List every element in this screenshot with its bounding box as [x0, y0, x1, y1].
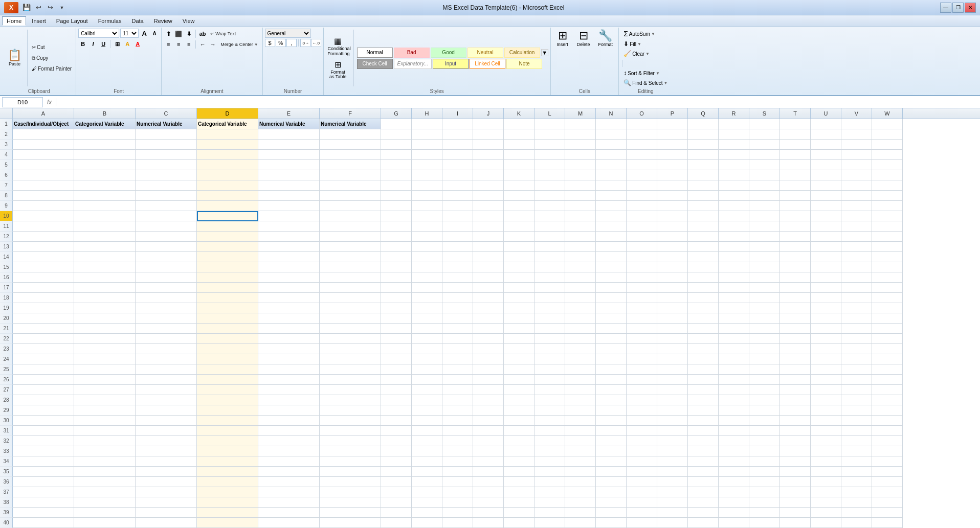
cell-Q30[interactable] — [688, 416, 719, 426]
undo-qat-button[interactable]: ↩ — [33, 3, 43, 13]
cell-W6[interactable] — [872, 170, 903, 180]
cell-P37[interactable] — [657, 487, 688, 497]
cell-W23[interactable] — [872, 344, 903, 354]
cell-N38[interactable] — [596, 497, 627, 508]
cell-N40[interactable] — [596, 518, 627, 528]
cell-I8[interactable] — [442, 191, 473, 201]
cell-R24[interactable] — [719, 354, 749, 364]
cell-F5[interactable] — [320, 160, 381, 170]
cell-L25[interactable] — [534, 364, 565, 375]
cell-B8[interactable] — [74, 191, 136, 201]
row-number-12[interactable]: 12 — [0, 232, 13, 242]
cell-F27[interactable] — [320, 385, 381, 395]
cell-G31[interactable] — [381, 426, 412, 436]
cell-M25[interactable] — [565, 364, 596, 375]
cell-E34[interactable] — [258, 456, 320, 467]
cell-N18[interactable] — [596, 293, 627, 303]
row-number-34[interactable]: 34 — [0, 456, 13, 467]
cell-B17[interactable] — [74, 283, 136, 293]
cell-V12[interactable] — [841, 232, 872, 242]
cell-E1[interactable]: Numerical Variable — [258, 119, 320, 129]
cell-E8[interactable] — [258, 191, 320, 201]
cell-V21[interactable] — [841, 324, 872, 334]
cell-F12[interactable] — [320, 232, 381, 242]
cell-Q23[interactable] — [688, 344, 719, 354]
cell-L10[interactable] — [534, 211, 565, 221]
cell-F18[interactable] — [320, 293, 381, 303]
cell-S8[interactable] — [749, 191, 780, 201]
cell-T19[interactable] — [780, 303, 811, 313]
cell-F3[interactable] — [320, 140, 381, 150]
cell-J21[interactable] — [473, 324, 504, 334]
cell-K13[interactable] — [504, 242, 534, 252]
row-number-39[interactable]: 39 — [0, 508, 13, 518]
cell-O15[interactable] — [627, 262, 657, 272]
cell-T38[interactable] — [780, 497, 811, 508]
cell-F7[interactable] — [320, 180, 381, 191]
cell-E18[interactable] — [258, 293, 320, 303]
cell-S25[interactable] — [749, 364, 780, 375]
menu-insert[interactable]: Insert — [27, 16, 51, 26]
row-number-11[interactable]: 11 — [0, 221, 13, 232]
cell-P15[interactable] — [657, 262, 688, 272]
cell-P18[interactable] — [657, 293, 688, 303]
cell-P34[interactable] — [657, 456, 688, 467]
cell-O17[interactable] — [627, 283, 657, 293]
cell-D3[interactable] — [197, 140, 258, 150]
cell-V32[interactable] — [841, 436, 872, 446]
cell-J26[interactable] — [473, 375, 504, 385]
cell-K16[interactable] — [504, 272, 534, 283]
cell-N10[interactable] — [596, 211, 627, 221]
cell-Q21[interactable] — [688, 324, 719, 334]
cell-R23[interactable] — [719, 344, 749, 354]
cell-A12[interactable] — [13, 232, 74, 242]
cell-E30[interactable] — [258, 416, 320, 426]
cell-L30[interactable] — [534, 416, 565, 426]
cell-O39[interactable] — [627, 508, 657, 518]
col-header-P[interactable]: P — [657, 108, 688, 119]
cell-L6[interactable] — [534, 170, 565, 180]
cell-I18[interactable] — [442, 293, 473, 303]
cell-O19[interactable] — [627, 303, 657, 313]
font-name-select[interactable]: Calibri — [78, 29, 119, 38]
cell-U2[interactable] — [811, 129, 841, 140]
cell-J12[interactable] — [473, 232, 504, 242]
cell-V9[interactable] — [841, 201, 872, 211]
cell-T35[interactable] — [780, 467, 811, 477]
cell-H17[interactable] — [412, 283, 442, 293]
cell-K9[interactable] — [504, 201, 534, 211]
cell-U15[interactable] — [811, 262, 841, 272]
cell-T15[interactable] — [780, 262, 811, 272]
cell-A4[interactable] — [13, 150, 74, 160]
cell-L40[interactable] — [534, 518, 565, 528]
cell-M12[interactable] — [565, 232, 596, 242]
cell-F2[interactable] — [320, 129, 381, 140]
cell-U28[interactable] — [811, 395, 841, 405]
cell-N17[interactable] — [596, 283, 627, 293]
cell-R38[interactable] — [719, 497, 749, 508]
cell-P23[interactable] — [657, 344, 688, 354]
cell-Q16[interactable] — [688, 272, 719, 283]
cell-E10[interactable] — [258, 211, 320, 221]
cell-B14[interactable] — [74, 252, 136, 262]
cell-S4[interactable] — [749, 150, 780, 160]
cell-K8[interactable] — [504, 191, 534, 201]
cell-V13[interactable] — [841, 242, 872, 252]
cell-D23[interactable] — [197, 344, 258, 354]
cell-R6[interactable] — [719, 170, 749, 180]
cell-K38[interactable] — [504, 497, 534, 508]
cell-G24[interactable] — [381, 354, 412, 364]
cell-U5[interactable] — [811, 160, 841, 170]
cell-E27[interactable] — [258, 385, 320, 395]
cell-R32[interactable] — [719, 436, 749, 446]
copy-button[interactable]: ⧉ Copy — [30, 53, 74, 63]
cell-B40[interactable] — [74, 518, 136, 528]
cell-L36[interactable] — [534, 477, 565, 487]
cell-T24[interactable] — [780, 354, 811, 364]
cell-W11[interactable] — [872, 221, 903, 232]
row-number-30[interactable]: 30 — [0, 416, 13, 426]
cell-F23[interactable] — [320, 344, 381, 354]
cell-H13[interactable] — [412, 242, 442, 252]
cell-D26[interactable] — [197, 375, 258, 385]
cell-O25[interactable] — [627, 364, 657, 375]
